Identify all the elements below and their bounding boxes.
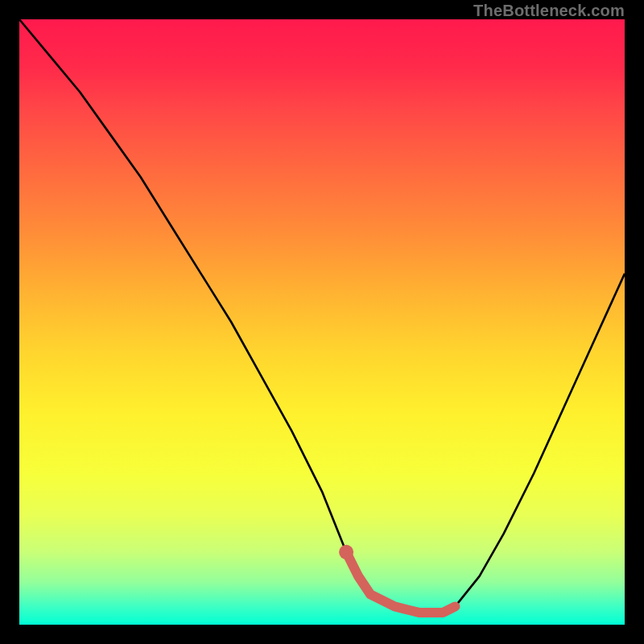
chart-frame: TheBottleneck.com — [0, 0, 644, 644]
optimal-range-start-dot — [339, 545, 353, 559]
bottleneck-curve — [19, 19, 625, 613]
watermark-text: TheBottleneck.com — [473, 2, 625, 20]
optimal-range-highlight — [346, 552, 455, 613]
chart-svg — [19, 19, 625, 625]
plot-area — [19, 19, 625, 625]
